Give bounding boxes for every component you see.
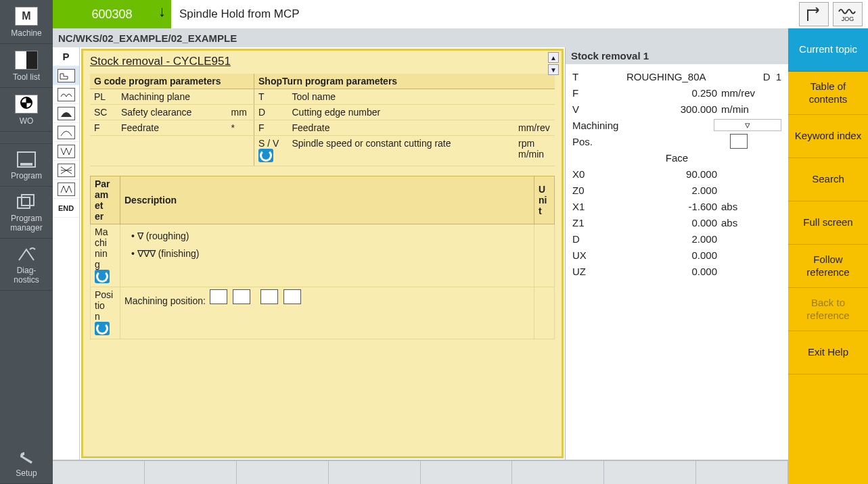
- s3-desc: Feedrate: [288, 120, 515, 136]
- btn-exit-help[interactable]: Exit Help: [788, 331, 868, 374]
- machining-label: Machining: [572, 120, 708, 131]
- nav-wo[interactable]: WO: [0, 88, 53, 132]
- step-3[interactable]: [53, 85, 79, 104]
- g3-desc: Feedrate: [117, 120, 227, 136]
- pos-icon-4[interactable]: [283, 289, 301, 304]
- dd-value[interactable]: 2.000: [626, 233, 721, 245]
- top-bar: 600308 ↓ Spindle Hold from MCP JOG: [53, 0, 868, 28]
- uz-value[interactable]: 0.000: [626, 266, 721, 277]
- nav-setup-label: Setup: [16, 468, 37, 478]
- face-label: Face: [666, 152, 688, 164]
- nav-progman-label: Programmanager: [10, 214, 42, 233]
- pos-icon-2[interactable]: [233, 289, 250, 304]
- cycle-toggle-icon[interactable]: [258, 149, 273, 162]
- nav-progman[interactable]: Programmanager: [0, 187, 53, 239]
- f-label: F: [572, 87, 626, 99]
- diagnostics-icon: [16, 245, 37, 263]
- softkey-4[interactable]: [329, 461, 421, 484]
- g2-unit: mm: [227, 105, 254, 120]
- x1-value[interactable]: -1.600: [626, 201, 721, 212]
- s4-unit: rpmm/min: [514, 136, 555, 166]
- jog-icon[interactable]: JOG: [833, 2, 863, 26]
- position-desc: Machining position:: [120, 287, 534, 339]
- bottom-softkey-bar: [53, 460, 788, 484]
- step-8[interactable]: [53, 180, 79, 199]
- left-sidebar: М Machine Tool list WO Program Programma…: [0, 0, 53, 484]
- step-6[interactable]: [53, 142, 79, 161]
- s1-unit: [514, 89, 555, 105]
- btn-search[interactable]: Search: [788, 158, 868, 201]
- v-value[interactable]: 300.000: [626, 103, 721, 115]
- f-value[interactable]: 0.250: [626, 87, 721, 99]
- step-p[interactable]: P: [53, 47, 79, 66]
- z0-value[interactable]: 2.000: [626, 185, 721, 196]
- alarm-badge[interactable]: 600308 ↓: [53, 0, 171, 28]
- pos-icon-1[interactable]: [210, 289, 227, 304]
- g1-code: PL: [90, 89, 117, 105]
- s3-unit: mm/rev: [514, 120, 555, 136]
- step-5[interactable]: [53, 123, 79, 142]
- btn-current-topic[interactable]: Current topic: [788, 28, 868, 72]
- z1-value[interactable]: 0.000: [626, 217, 721, 228]
- z1-unit: abs: [721, 217, 769, 228]
- cycle-toggle-icon-2[interactable]: [95, 270, 110, 283]
- step-7[interactable]: [53, 161, 79, 180]
- s2-code: D: [254, 105, 288, 120]
- btn-follow-reference[interactable]: Follow reference: [788, 245, 868, 288]
- stockremoval-icon: [58, 69, 75, 82]
- nav-diagnostics-label: Diag-nostics: [14, 266, 39, 285]
- step-end[interactable]: END: [53, 199, 79, 218]
- alarm-text: Spindle Hold from MCP: [171, 0, 794, 28]
- softkey-3[interactable]: [237, 461, 329, 484]
- position-param-label: Position: [91, 287, 120, 339]
- x0-value[interactable]: 90.000: [626, 168, 721, 180]
- pos-icon-3[interactable]: [260, 289, 278, 304]
- nav-setup[interactable]: Setup: [0, 441, 53, 484]
- softkey-7[interactable]: [604, 461, 696, 484]
- machine-icon: М: [15, 7, 38, 26]
- nav-toollist-label: Tool list: [13, 72, 40, 82]
- description-table: Parameter Description Unit Machining • ∇…: [90, 176, 555, 339]
- d-label: D: [763, 71, 771, 82]
- t-value[interactable]: ROUGHING_80A: [626, 71, 763, 82]
- mode-icon-1[interactable]: [799, 2, 829, 26]
- nav-diagnostics[interactable]: Diag-nostics: [0, 239, 53, 291]
- x1-unit: abs: [721, 201, 769, 212]
- s3-code: F: [254, 120, 288, 136]
- pos-select-icon[interactable]: [730, 134, 748, 149]
- d-value[interactable]: 1: [776, 71, 781, 82]
- btn-toc[interactable]: Table of contents: [788, 72, 868, 115]
- nav-machine[interactable]: М Machine: [0, 0, 53, 44]
- alarm-number: 600308: [91, 7, 132, 22]
- shopturn-header: ShopTurn program parameters: [254, 74, 555, 89]
- param-table: G code program parameters ShopTurn progr…: [90, 74, 555, 166]
- step-stockremoval[interactable]: [53, 66, 79, 85]
- s1-desc: Tool name: [288, 89, 515, 105]
- svg-rect-4: [22, 195, 34, 205]
- machining-select[interactable]: ▿: [714, 119, 781, 131]
- cycle-toggle-icon-3[interactable]: [95, 322, 110, 335]
- softkey-8[interactable]: [696, 461, 788, 484]
- btn-full-screen[interactable]: Full screen: [788, 201, 868, 245]
- right-sidebar: Current topic Table of contents Keyword …: [788, 28, 868, 484]
- setup-icon: [16, 448, 37, 466]
- softkey-5[interactable]: [421, 461, 513, 484]
- softkey-6[interactable]: [512, 461, 604, 484]
- softkey-1[interactable]: [53, 461, 145, 484]
- g3-unit: *: [227, 120, 254, 136]
- btn-back-reference: Back to reference: [788, 288, 868, 331]
- wo-icon: [15, 95, 38, 114]
- nav-toollist[interactable]: Tool list: [0, 44, 53, 88]
- nav-wo-label: WO: [20, 116, 34, 126]
- g3-code: F: [90, 120, 117, 136]
- scroll-up-icon[interactable]: ▲: [548, 52, 559, 63]
- s2-unit: [514, 105, 555, 120]
- ux-value[interactable]: 0.000: [626, 249, 721, 261]
- step-4[interactable]: [53, 104, 79, 123]
- softkey-2[interactable]: [145, 461, 237, 484]
- s4-code: S / V: [254, 136, 288, 166]
- btn-keyword-index[interactable]: Keyword index: [788, 115, 868, 158]
- nav-program[interactable]: Program: [0, 144, 53, 187]
- f-unit: mm/rev: [721, 87, 769, 99]
- scroll-down-icon[interactable]: ▼: [548, 64, 559, 75]
